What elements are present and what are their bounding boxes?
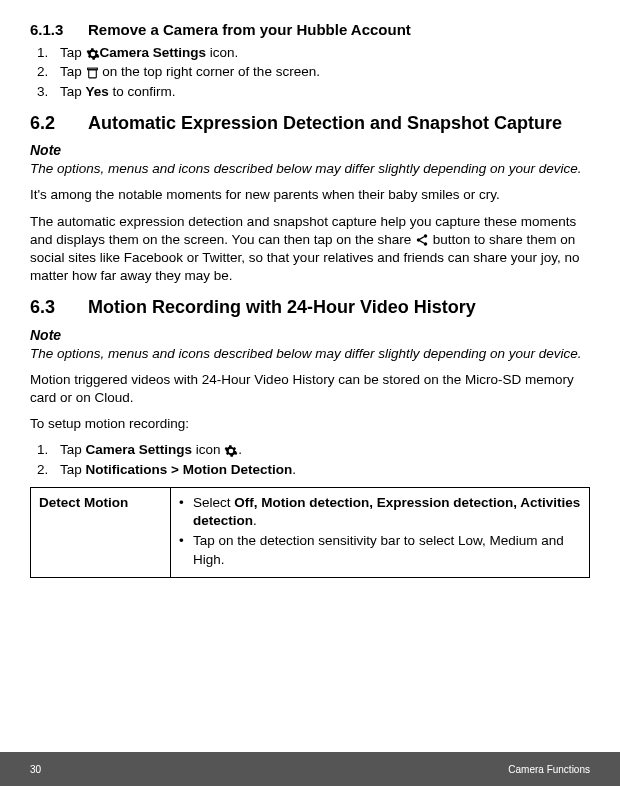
table-label: Detect Motion	[31, 487, 171, 577]
gear-icon	[86, 47, 100, 61]
svg-line-5	[420, 237, 424, 239]
para-62-2: The automatic expression detection and s…	[30, 213, 590, 286]
step-613-1: Tap Camera Settings icon.	[52, 44, 590, 62]
para-62-1: It's among the notable moments for new p…	[30, 186, 590, 204]
step-613-3: Tap Yes to confirm.	[52, 83, 590, 101]
steps-613: Tap Camera Settings icon. Tap on the top…	[30, 44, 590, 101]
para-63-1: Motion triggered videos with 24-Hour Vid…	[30, 371, 590, 407]
detect-motion-table: Detect Motion • Select Off, Motion detec…	[30, 487, 590, 578]
trash-icon	[86, 66, 99, 80]
step-63-1: Tap Camera Settings icon .	[52, 441, 590, 459]
page-footer: 30 Camera Functions	[0, 752, 620, 786]
heading-613: 6.1.3Remove a Camera from your Hubble Ac…	[30, 20, 590, 40]
step-63-2: Tap Notifications > Motion Detection.	[52, 461, 590, 479]
svg-line-6	[420, 241, 424, 243]
share-icon	[415, 233, 429, 247]
heading-63-title: Motion Recording with 24-Hour Video Hist…	[88, 295, 568, 319]
note-63-label: Note	[30, 326, 590, 345]
page-number: 30	[30, 764, 41, 775]
heading-63: 6.3Motion Recording with 24-Hour Video H…	[30, 295, 590, 319]
heading-63-number: 6.3	[30, 295, 88, 319]
note-62-body: The options, menus and icons described b…	[30, 160, 590, 178]
steps-63: Tap Camera Settings icon . Tap Notificat…	[30, 441, 590, 478]
svg-rect-1	[87, 68, 97, 70]
heading-62-number: 6.2	[30, 111, 88, 135]
svg-rect-0	[88, 70, 96, 78]
heading-613-title: Remove a Camera from your Hubble Account	[88, 21, 411, 38]
gear-icon	[224, 444, 238, 458]
step-613-2: Tap on the top right corner of the scree…	[52, 63, 590, 81]
svg-point-4	[424, 243, 428, 247]
svg-point-3	[417, 238, 421, 242]
note-63-body: The options, menus and icons described b…	[30, 345, 590, 363]
heading-62-title: Automatic Expression Detection and Snaps…	[88, 111, 568, 135]
note-62-label: Note	[30, 141, 590, 160]
heading-62: 6.2Automatic Expression Detection and Sn…	[30, 111, 590, 135]
table-content: • Select Off, Motion detection, Expressi…	[171, 487, 590, 577]
svg-point-2	[424, 234, 428, 238]
para-63-2: To setup motion recording:	[30, 415, 590, 433]
footer-label: Camera Functions	[508, 764, 590, 775]
heading-613-number: 6.1.3	[30, 20, 88, 40]
